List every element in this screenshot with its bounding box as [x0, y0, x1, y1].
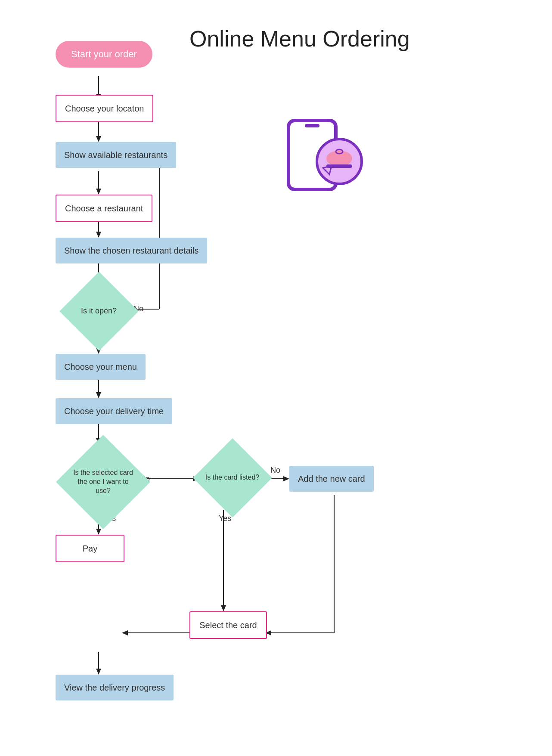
is-card-listed-label: Is the card listed? [201, 473, 264, 482]
svg-marker-33 [221, 605, 226, 611]
food-icon [276, 112, 370, 198]
svg-point-47 [336, 149, 343, 154]
svg-marker-5 [96, 189, 101, 195]
svg-marker-40 [96, 669, 101, 675]
svg-text:Yes: Yes [219, 514, 231, 523]
start-label: Start your order [56, 41, 152, 68]
svg-text:No: No [270, 466, 280, 474]
svg-rect-46 [326, 164, 352, 168]
svg-marker-38 [122, 630, 128, 635]
pay-node: Pay [56, 535, 124, 562]
is-open-label: Is it open? [77, 306, 121, 316]
pay-label: Pay [56, 535, 124, 562]
is-open-node: Is it open? [65, 278, 132, 344]
choose-location-node: Choose your locaton [56, 95, 153, 122]
svg-marker-7 [96, 232, 101, 238]
add-new-card-node: Add the new card [289, 466, 374, 492]
show-restaurants-node: Show available restaurants [56, 142, 176, 168]
choose-delivery-time-node: Choose your delivery time [56, 398, 172, 424]
show-restaurants-label: Show available restaurants [56, 142, 176, 168]
is-card-listed-node: Is the card listed? [199, 444, 266, 511]
is-selected-card-label: Is the selected card the one I want to u… [65, 468, 141, 495]
view-delivery-node: View the delivery progress [56, 675, 174, 700]
show-details-label: Show the chosen restaurant details [56, 238, 207, 263]
choose-restaurant-label: Choose a restaurant [56, 195, 152, 222]
choose-restaurant-node: Choose a restaurant [56, 195, 152, 222]
svg-marker-19 [96, 392, 101, 398]
add-new-card-label: Add the new card [289, 466, 374, 492]
view-delivery-label: View the delivery progress [56, 675, 174, 700]
svg-marker-30 [283, 476, 289, 481]
choose-menu-label: Choose your menu [56, 354, 146, 380]
svg-marker-3 [96, 136, 101, 142]
select-card-node: Select the card [189, 611, 267, 639]
choose-location-label: Choose your locaton [56, 95, 153, 122]
page-title: Online Menu Ordering [189, 26, 410, 52]
svg-rect-42 [305, 124, 319, 127]
choose-delivery-time-label: Choose your delivery time [56, 398, 172, 424]
svg-marker-27 [96, 529, 101, 535]
start-node: Start your order [56, 41, 152, 68]
is-selected-card-node: Is the selected card the one I want to u… [65, 444, 141, 520]
choose-menu-node: Choose your menu [56, 354, 146, 380]
show-details-node: Show the chosen restaurant details [56, 238, 207, 263]
select-card-label: Select the card [189, 611, 267, 639]
